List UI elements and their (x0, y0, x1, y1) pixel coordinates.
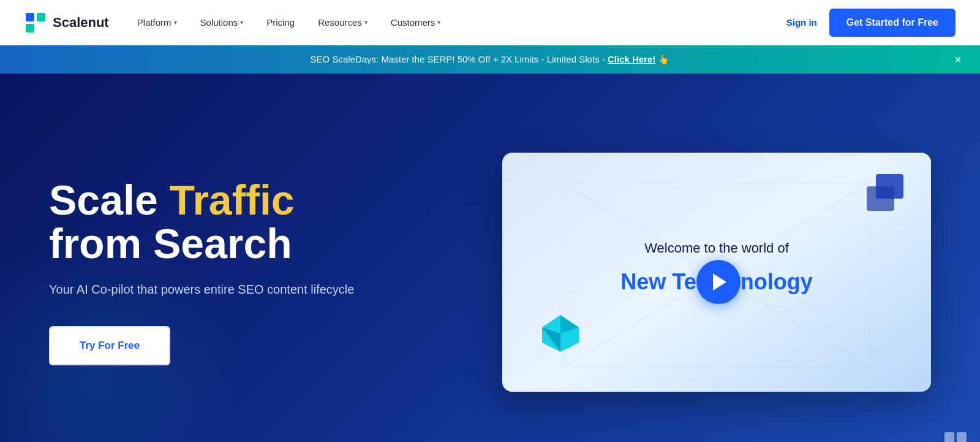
nav-right: Sign in Get Started for Free (786, 9, 956, 37)
nav-customers-label: Customers (391, 17, 435, 28)
svg-rect-14 (957, 432, 967, 442)
nav-item-resources[interactable]: Resources ▾ (308, 12, 377, 32)
watermark-icon (943, 431, 968, 442)
video-card[interactable]: Welcome to the world of New Te nology (502, 153, 931, 392)
customers-chevron: ▾ (437, 19, 440, 26)
svg-rect-13 (944, 432, 954, 442)
nav-item-pricing[interactable]: Pricing (257, 12, 304, 32)
play-triangle-icon (713, 273, 726, 291)
nav-item-customers[interactable]: Customers ▾ (381, 12, 451, 32)
svg-rect-1 (26, 13, 34, 21)
video-new-tech-row: New Te nology (620, 260, 812, 304)
video-nology-text: nology (741, 269, 813, 295)
watermark (943, 431, 968, 442)
hero-title-from-search: from Search (49, 220, 292, 267)
sign-in-link[interactable]: Sign in (786, 17, 817, 28)
nav-solutions-label: Solutions (200, 17, 238, 28)
logo[interactable]: Scalenut (24, 12, 109, 34)
corner-bracket-decoration (864, 171, 907, 214)
video-new-text: New Te (620, 269, 696, 295)
logo-icon (24, 12, 47, 34)
hero-left: Scale Traffic from Search Your AI Co-pil… (49, 178, 466, 366)
hero-title: Scale Traffic from Search (49, 178, 466, 266)
get-started-button[interactable]: Get Started for Free (829, 9, 956, 37)
play-button[interactable] (696, 260, 741, 304)
banner-text: SEO ScaleDays: Master the SERP! 50% Off … (311, 54, 670, 65)
banner-click-here-link[interactable]: Click Here! (608, 54, 655, 64)
banner-main-text: SEO ScaleDays: Master the SERP! 50% Off … (311, 54, 608, 64)
solutions-chevron: ▾ (240, 19, 243, 26)
brand-name: Scalenut (53, 15, 109, 31)
video-welcome-text: Welcome to the world of (620, 240, 812, 256)
platform-chevron: ▾ (174, 19, 177, 26)
nav-platform-label: Platform (137, 17, 172, 28)
navbar: Scalenut Platform ▾ Solutions ▾ Pricing … (0, 0, 980, 45)
nav-item-solutions[interactable]: Solutions ▾ (190, 12, 254, 32)
hero-right: Welcome to the world of New Te nology (502, 153, 931, 392)
svg-rect-3 (26, 24, 34, 32)
svg-rect-12 (867, 186, 894, 211)
hero-title-traffic: Traffic (170, 177, 295, 223)
gem-decoration (539, 312, 582, 355)
hero-section: Scale Traffic from Search Your AI Co-pil… (0, 74, 980, 442)
svg-rect-2 (37, 13, 45, 21)
hero-title-scale: Scale (49, 177, 170, 223)
nav-item-platform[interactable]: Platform ▾ (127, 12, 187, 32)
nav-resources-label: Resources (318, 17, 362, 28)
banner-emoji: 👆 (658, 54, 669, 64)
announcement-banner: SEO ScaleDays: Master the SERP! 50% Off … (0, 45, 980, 74)
nav-pricing-label: Pricing (266, 17, 295, 28)
nav-links: Platform ▾ Solutions ▾ Pricing Resources… (127, 12, 786, 32)
try-for-free-button[interactable]: Try For Free (49, 326, 170, 365)
resources-chevron: ▾ (364, 19, 368, 26)
hero-subtitle: Your AI Co-pilot that powers entire SEO … (49, 283, 466, 297)
banner-close-button[interactable]: × (954, 53, 962, 67)
video-text-content: Welcome to the world of New Te nology (620, 240, 812, 304)
